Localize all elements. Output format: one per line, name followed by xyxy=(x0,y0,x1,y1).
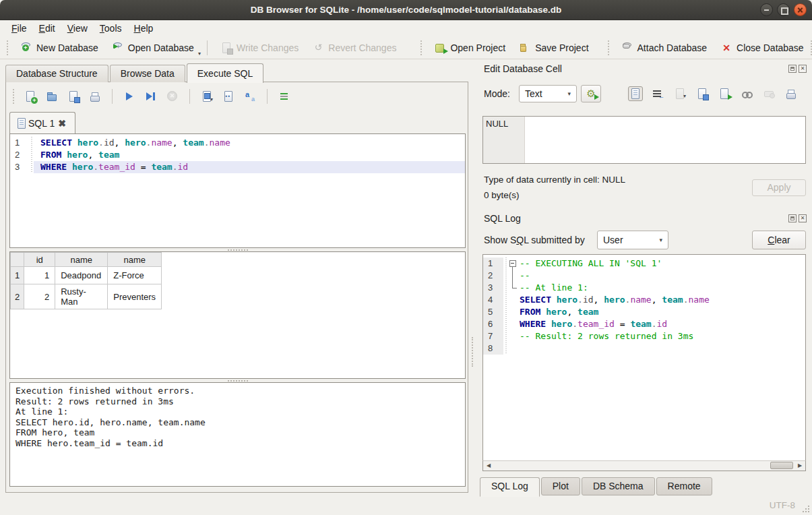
result-cell[interactable]: Deadpond xyxy=(55,267,108,284)
mode-select[interactable]: Text ▾ xyxy=(519,85,577,102)
column-header[interactable]: name xyxy=(108,253,162,267)
link-data-icon[interactable] xyxy=(739,86,754,101)
scrollbar-track[interactable] xyxy=(494,461,794,471)
row-header-cell[interactable]: 1 xyxy=(11,267,24,284)
attach-database-button[interactable]: Attach Database xyxy=(615,38,714,57)
main-tab-bar: Database Structure Browse Data Execute S… xyxy=(5,64,265,82)
sql-document-tab[interactable]: SQL 1 ✖ xyxy=(9,112,75,133)
mode-label: Mode: xyxy=(484,88,510,99)
print-icon[interactable] xyxy=(784,86,799,101)
close-icon[interactable] xyxy=(794,3,807,16)
sql-editor[interactable]: 1SELECT hero.id, hero.name, team.name2FR… xyxy=(9,133,466,248)
code-line[interactable]: 3WHERE hero.team_id = team.id xyxy=(10,161,465,173)
close-dock-icon[interactable] xyxy=(799,65,807,73)
import-settings-button[interactable] xyxy=(581,85,601,102)
cell-value-editor[interactable]: NULL xyxy=(482,116,806,164)
menu-edit[interactable]: Edit xyxy=(33,20,61,37)
code-line[interactable]: 3-- At line 1: xyxy=(483,282,805,294)
format-sql-icon[interactable] xyxy=(276,88,292,104)
clear-button[interactable]: Clear xyxy=(752,231,806,249)
code-line[interactable]: 1SELECT hero.id, hero.name, team.name xyxy=(10,137,465,149)
result-cell[interactable]: Preventers xyxy=(108,284,162,309)
open-sql-file-icon[interactable] xyxy=(44,88,60,104)
toolbar-drag-handle[interactable] xyxy=(13,89,15,104)
dock-tab-db-schema[interactable]: DB Schema xyxy=(582,477,655,495)
resize-grip[interactable] xyxy=(801,504,812,515)
find-icon[interactable] xyxy=(220,88,237,104)
column-header[interactable]: id xyxy=(24,253,55,267)
result-cell[interactable]: Z-Force xyxy=(108,267,162,284)
open-project-button[interactable]: Open Project xyxy=(427,38,512,57)
code-line[interactable]: 7-- Result: 2 rows returned in 3ms xyxy=(483,330,805,342)
maximize-icon[interactable] xyxy=(777,3,790,16)
fold-connector xyxy=(508,306,518,318)
toolbar-drag-handle[interactable] xyxy=(608,40,611,55)
menu-tools[interactable]: Tools xyxy=(94,20,128,37)
result-cell[interactable]: Rusty-Man xyxy=(55,284,108,309)
cell-edit-area[interactable] xyxy=(525,117,805,163)
gutter-divider xyxy=(503,282,508,294)
scroll-left-icon[interactable]: ◀ xyxy=(483,461,494,471)
menu-help[interactable]: Help xyxy=(128,20,160,37)
close-tab-icon[interactable]: ✖ xyxy=(58,118,66,129)
export-data-icon[interactable] xyxy=(695,86,710,101)
main-toolbar: New Database Open Database ▾ Write Chang… xyxy=(0,37,812,59)
open-database-button[interactable]: Open Database xyxy=(105,38,201,57)
replace-icon[interactable] xyxy=(242,88,258,104)
close-database-button[interactable]: Close Database xyxy=(714,38,811,57)
save-project-button[interactable]: Save Project xyxy=(512,38,595,57)
scrollbar-thumb[interactable] xyxy=(770,462,793,469)
titlebar[interactable]: DB Browser for SQLite - /home/user/code/… xyxy=(0,0,812,20)
fold-marker-icon[interactable] xyxy=(508,258,518,270)
dock-tab-sql-log[interactable]: SQL Log xyxy=(480,477,540,497)
undock-icon[interactable] xyxy=(788,65,797,73)
execute-all-icon[interactable] xyxy=(121,88,137,104)
tab-database-structure[interactable]: Database Structure xyxy=(5,65,108,82)
menu-file[interactable]: File xyxy=(5,20,33,37)
line-number: 8 xyxy=(483,342,503,355)
apply-data-icon[interactable] xyxy=(717,86,732,101)
log-filter-select[interactable]: User ▾ xyxy=(597,231,668,249)
tab-browse-data[interactable]: Browse Data xyxy=(110,65,185,82)
code-line[interactable]: 6WHERE hero.team_id = team.id xyxy=(483,318,805,330)
save-sql-file-icon[interactable]: ▾ xyxy=(65,88,82,104)
code-line[interactable]: 8 xyxy=(483,342,805,355)
corner-header-cell[interactable] xyxy=(11,253,24,267)
window-controls xyxy=(760,3,807,16)
undock-icon[interactable] xyxy=(788,214,797,222)
result-row: 22Rusty-ManPreventers xyxy=(11,284,162,309)
execute-line-icon[interactable] xyxy=(143,88,159,104)
minimize-icon[interactable] xyxy=(760,3,773,16)
word-wrap-icon[interactable] xyxy=(650,86,665,101)
scroll-right-icon[interactable]: ▶ xyxy=(794,461,805,471)
text-mode-icon[interactable] xyxy=(628,86,643,101)
column-header[interactable]: name xyxy=(55,253,108,267)
row-header-cell[interactable]: 2 xyxy=(11,284,24,309)
new-database-button[interactable]: New Database xyxy=(13,38,105,57)
result-cell[interactable]: 2 xyxy=(24,284,55,309)
dock-tab-remote[interactable]: Remote xyxy=(656,477,712,495)
open-database-dropdown-icon[interactable]: ▾ xyxy=(198,51,201,59)
panel-splitter-handle[interactable] xyxy=(472,337,473,367)
sql-log-view[interactable]: 1-- EXECUTING ALL IN 'SQL 1'2--3-- At li… xyxy=(482,254,806,471)
project-save-icon xyxy=(519,42,531,54)
dock-tab-plot[interactable]: Plot xyxy=(541,477,580,495)
close-dock-icon[interactable] xyxy=(799,214,807,222)
print-icon[interactable] xyxy=(87,88,103,104)
tab-execute-sql[interactable]: Execute SQL xyxy=(187,63,264,83)
execution-status[interactable]: Execution finished without errors. Resul… xyxy=(9,382,466,487)
menu-view[interactable]: View xyxy=(61,20,94,37)
code-line[interactable]: 5FROM hero, team xyxy=(483,306,805,318)
code-line[interactable]: 4SELECT hero.id, hero.name, team.name xyxy=(483,294,805,306)
toolbar-drag-handle[interactable] xyxy=(420,40,423,55)
code-line[interactable]: 1-- EXECUTING ALL IN 'SQL 1' xyxy=(483,258,805,270)
line-number: 5 xyxy=(483,306,503,318)
gutter-divider xyxy=(503,342,508,355)
open-tab-icon[interactable] xyxy=(22,88,38,104)
toolbar-drag-handle[interactable] xyxy=(7,40,9,55)
result-cell[interactable]: 1 xyxy=(24,267,55,284)
export-results-icon[interactable]: ▾ xyxy=(199,88,215,104)
code-line[interactable]: 2-- xyxy=(483,270,805,282)
code-line[interactable]: 2FROM hero, team xyxy=(10,149,465,161)
log-filter-value: User xyxy=(603,235,654,245)
